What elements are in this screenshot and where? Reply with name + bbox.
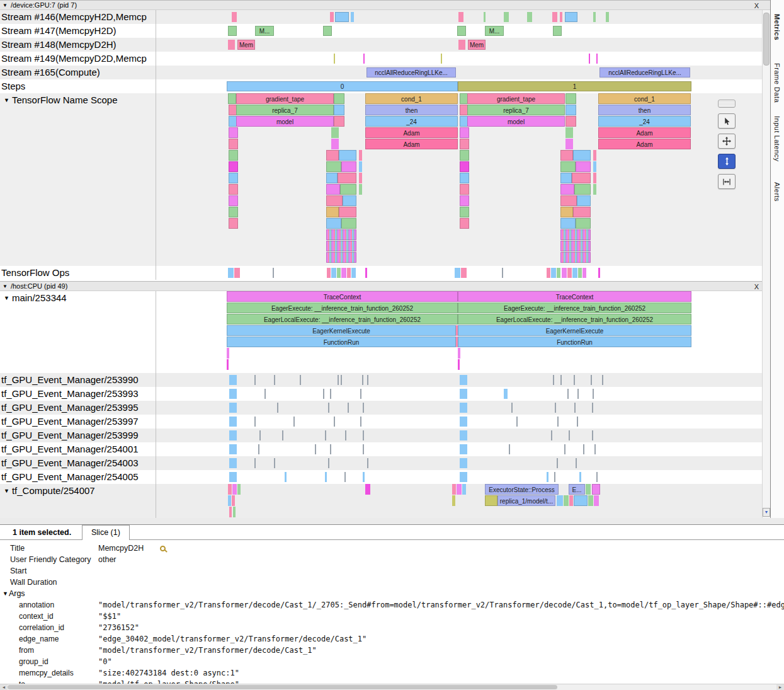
trace-event[interactable]: [594, 444, 596, 454]
trace-event[interactable]: [258, 444, 259, 454]
trace-event[interactable]: [485, 495, 497, 506]
trace-event[interactable]: [460, 184, 469, 195]
trace-event[interactable]: [452, 484, 456, 495]
trace-event[interactable]: [363, 54, 365, 64]
trace-event[interactable]: ncclAllReduceRingLLKe...: [366, 67, 456, 78]
trace-event[interactable]: [557, 268, 560, 278]
vertical-scrollbar-thumb[interactable]: [763, 13, 770, 66]
trace-event[interactable]: [359, 173, 362, 183]
trace-event[interactable]: [458, 348, 460, 359]
trace-event[interactable]: [455, 268, 460, 278]
trace-event[interactable]: [560, 229, 591, 240]
trace-event[interactable]: ncclAllReduceRingLLKe...: [599, 67, 690, 78]
trace-event[interactable]: [232, 484, 237, 495]
trace-event[interactable]: [351, 268, 356, 278]
trace-event[interactable]: [555, 403, 556, 413]
trace-event[interactable]: [576, 218, 591, 229]
track-label-main-253344[interactable]: ▼main/253344: [0, 291, 156, 373]
trace-event[interactable]: [282, 430, 283, 440]
trace-event[interactable]: [359, 161, 362, 172]
trace-event[interactable]: [582, 268, 586, 278]
trace-event[interactable]: [363, 403, 364, 413]
trace-event[interactable]: [565, 116, 576, 127]
trace-event[interactable]: Adam: [365, 139, 458, 149]
trace-event[interactable]: M...: [485, 26, 504, 36]
trace-event[interactable]: [565, 93, 576, 104]
trace-event[interactable]: [573, 150, 591, 161]
trace-event[interactable]: [232, 12, 237, 22]
trace-event[interactable]: [228, 93, 236, 104]
trace-event[interactable]: [589, 54, 590, 64]
trace-event[interactable]: [229, 444, 237, 454]
trace-event[interactable]: [560, 252, 591, 263]
trace-event[interactable]: [337, 268, 341, 278]
trace-event[interactable]: [551, 430, 552, 440]
trace-event[interactable]: EagerExecute: __inference_train_function…: [458, 302, 691, 313]
trace-event[interactable]: [300, 375, 301, 385]
trace-event[interactable]: Adam: [365, 127, 458, 138]
trace-event[interactable]: [229, 195, 238, 206]
trace-event[interactable]: [460, 417, 467, 427]
trace-event[interactable]: [560, 184, 574, 195]
trace-event[interactable]: [504, 12, 509, 22]
trace-event[interactable]: 1: [458, 81, 691, 91]
trace-event[interactable]: [228, 484, 232, 495]
trace-event[interactable]: gradient_tape: [236, 93, 334, 104]
trace-event[interactable]: [572, 173, 591, 183]
trace-event[interactable]: [326, 150, 339, 161]
trace-event[interactable]: [229, 472, 237, 482]
trace-event[interactable]: [553, 375, 554, 385]
trace-event[interactable]: [344, 472, 346, 482]
trace-event[interactable]: [338, 173, 356, 183]
trace-event[interactable]: E...: [569, 484, 585, 495]
trace-event[interactable]: [293, 417, 295, 427]
trace-event[interactable]: gradient_tape: [467, 93, 565, 104]
trace-event[interactable]: FunctionRun: [227, 336, 456, 347]
trace-event[interactable]: [325, 472, 327, 482]
trace-event[interactable]: [460, 150, 469, 161]
panel-divider[interactable]: [0, 518, 784, 525]
trace-event[interactable]: [576, 458, 577, 468]
trace-event[interactable]: [460, 430, 467, 440]
trace-event[interactable]: [557, 458, 558, 468]
trace-event[interactable]: M...: [255, 26, 274, 36]
horizontal-scrollbar-thumb[interactable]: [8, 685, 557, 689]
trace-event[interactable]: [232, 495, 235, 506]
trace-event[interactable]: [365, 484, 370, 495]
trace-event[interactable]: [592, 484, 600, 495]
trace-event[interactable]: [328, 458, 329, 468]
trace-event[interactable]: Adam: [598, 127, 691, 138]
trace-event[interactable]: [516, 417, 518, 427]
trace-event[interactable]: [502, 268, 503, 278]
trace-event[interactable]: [579, 472, 581, 482]
trace-event[interactable]: [511, 403, 513, 413]
trace-event[interactable]: [326, 207, 339, 217]
side-tab-metrics[interactable]: Metrics: [773, 14, 781, 40]
trace-event[interactable]: EagerLocalExecute: __inference_train_fun…: [458, 314, 691, 325]
trace-event[interactable]: [586, 484, 591, 495]
trace-event[interactable]: [576, 161, 591, 172]
trace-event[interactable]: [457, 26, 466, 36]
trace-event[interactable]: [578, 268, 582, 278]
trace-event[interactable]: [323, 389, 324, 399]
trace-event[interactable]: [572, 268, 577, 278]
trace-event[interactable]: [229, 139, 238, 149]
trace-event[interactable]: [228, 268, 234, 278]
trace-event[interactable]: [458, 359, 460, 370]
trace-event[interactable]: EagerKernelExecute: [458, 325, 691, 336]
gpu-process-header[interactable]: ▼/device:GPU:7 (pid 7)X: [0, 0, 770, 10]
trace-event[interactable]: [484, 12, 486, 22]
trace-event[interactable]: [330, 444, 331, 454]
trace-event[interactable]: [229, 150, 238, 161]
trace-event[interactable]: [460, 173, 469, 183]
slice-tab[interactable]: Slice (1): [82, 525, 130, 540]
trace-event[interactable]: [229, 417, 237, 427]
trace-event[interactable]: [360, 389, 361, 399]
trace-event[interactable]: [348, 403, 349, 413]
trace-event[interactable]: [577, 417, 578, 427]
search-icon[interactable]: [160, 546, 166, 551]
toolbar-drag-handle[interactable]: [718, 100, 736, 108]
trace-event[interactable]: EagerLocalExecute: __inference_train_fun…: [227, 314, 458, 325]
trace-event[interactable]: [327, 268, 331, 278]
trace-event[interactable]: [341, 161, 356, 172]
